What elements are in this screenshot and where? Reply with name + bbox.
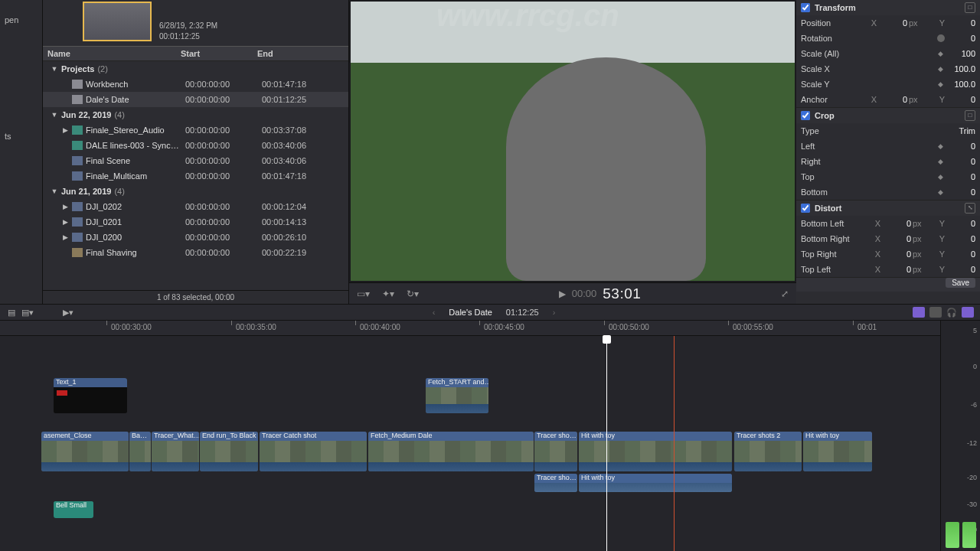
browser-list[interactable]: ▼Projects (2)Workbench00:00:00:0000:01:4… [43,61,348,290]
list-group[interactable]: ▼Jun 21, 2019 (4) [43,184,348,199]
scale-y[interactable]: 100.0 [948,80,975,89]
retime-icon[interactable]: ↻▾ [407,289,419,299]
timeline-clip[interactable]: Hit with toy [579,474,732,492]
skimming-icon[interactable] [913,307,925,318]
disclosure-icon[interactable]: ▼ [51,111,58,119]
project-name[interactable]: Dale's Date [449,308,492,317]
playhead[interactable] [606,336,607,551]
transform-toggle[interactable] [801,3,810,12]
project-duration: 01:12:25 [506,308,539,317]
disclosure-icon[interactable]: ▼ [51,65,58,73]
anchor-y[interactable]: 0 [948,95,975,104]
clip-label: Fetch_START and… [426,378,488,387]
timeline-ruler[interactable]: 00:00:30:0000:00:35:0000:00:40:0000:00:4… [0,321,940,336]
crop-left[interactable]: 0 [948,142,975,151]
list-item[interactable]: Finale_Multicam00:00:00:0000:01:47:18 [43,168,348,184]
timeline-clip[interactable]: Tracer sho… [534,474,577,492]
pos-x[interactable]: 0 [880,18,907,28]
browser-status: 1 of 83 selected, 00:00 [43,290,348,304]
clip-label: Tracer shots 2 [734,432,802,441]
ruler-label: 00:00:40:00 [360,323,400,331]
save-button[interactable]: Save [946,278,975,288]
disclosure-icon[interactable]: ▶ [61,218,69,226]
timeline-clip[interactable]: Text_1 [54,378,127,413]
list-item[interactable]: ▶DJI_020100:00:00:0000:00:14:13 [43,214,348,230]
history-back[interactable]: ‹ [433,308,436,317]
clip-appearance-icon[interactable]: ▤▾ [21,308,34,318]
sidebar-label: ts [5,132,38,141]
enhance-icon[interactable]: ✦▾ [382,289,394,299]
crop-right[interactable]: 0 [948,157,975,166]
list-item[interactable]: ▶DJI_020000:00:00:0000:00:26:10 [43,230,348,245]
view-mode-icon[interactable]: ▭▾ [357,289,370,299]
timeline-clip[interactable]: Ba… [129,432,151,471]
timeline[interactable]: 00:00:30:0000:00:35:0000:00:40:0000:00:4… [0,321,980,551]
disclosure-icon[interactable]: ▼ [51,187,58,195]
timeline-clip[interactable]: Hit with toy [803,432,872,471]
list-item[interactable]: Final Scene00:00:00:0000:03:40:06 [43,153,348,168]
col-end[interactable]: End [257,49,348,58]
reset-icon[interactable]: □ [965,2,975,13]
rotation-dial[interactable] [937,34,945,42]
proj-icon [72,80,83,89]
timeline-clip[interactable]: End run_To Black [200,432,258,471]
crop-toggle[interactable] [801,111,810,120]
col-name[interactable]: Name [43,49,181,58]
disclosure-icon[interactable]: ▶ [61,126,69,134]
col-start[interactable]: Start [181,49,257,58]
disclosure-icon[interactable]: ▶ [61,203,69,210]
list-item[interactable]: Dale's Date00:00:00:0000:01:12:25 [43,92,348,107]
transform-header[interactable]: Transform □ [796,0,980,15]
reset-icon[interactable]: □ [965,110,975,121]
skimmer[interactable] [674,336,675,551]
crop-type[interactable]: Trim [959,126,975,135]
crop-top[interactable]: 0 [948,172,975,181]
disclosure-icon[interactable]: ▶ [61,233,69,241]
timeline-clip[interactable]: Fetch_START and… [426,378,488,413]
solo-icon[interactable]: 🎧 [946,308,957,318]
viewer-timecode[interactable]: 53:01 [603,285,641,302]
crop-bottom[interactable]: 0 [948,187,975,197]
distort-header[interactable]: Distort ⤡ [796,201,980,216]
timeline-clip[interactable]: Bell Small [54,501,93,518]
play-button[interactable]: ▶ [559,289,566,299]
timeline-clip[interactable]: Hit with toy [579,432,732,471]
timeline-clip[interactable]: Fetch_Medium Dale [368,432,534,471]
list-item[interactable]: Workbench00:00:00:0000:01:47:18 [43,77,348,92]
item-label: DALE lines-003 - Sync… [86,141,179,150]
timeline-clip[interactable]: Tracer sho… [534,432,577,471]
clip-label: Hit with toy [579,432,732,441]
item-label: Dale's Date [86,95,129,104]
viewer-canvas[interactable] [351,2,795,281]
audio-skim-icon[interactable] [929,307,942,318]
timeline-clip[interactable]: Tracer Catch shot [260,432,367,471]
index-icon[interactable]: ▤ [8,308,15,318]
scale-x[interactable]: 100.0 [948,64,975,73]
list-item[interactable]: ▶Finale_Stereo_Audio00:00:00:0000:03:37:… [43,122,348,138]
list-item[interactable]: DALE lines-003 - Sync…00:00:00:0000:03:4… [43,138,348,153]
timeline-clip[interactable]: Tracer shots 2 [734,432,802,471]
list-item[interactable]: ▶DJI_020200:00:00:0000:00:12:04 [43,199,348,214]
snapping-icon[interactable] [962,307,974,318]
list-group[interactable]: ▼Jun 22, 2019 (4) [43,107,348,122]
history-fwd[interactable]: › [553,308,556,317]
timeline-toolbar: ▤ ▤▾ ▶▾ ‹ Dale's Date 01:12:25 › 🎧 [0,304,980,321]
list-group[interactable]: ▼Projects (2) [43,61,348,77]
list-item[interactable]: Final Shaving00:00:00:0000:00:22:19 [43,245,348,260]
vid-icon [72,217,83,227]
anchor-x[interactable]: 0 [880,95,907,104]
timeline-clip[interactable]: asement_Close [41,432,129,471]
rotation-val[interactable]: 0 [948,34,975,43]
timeline-clip[interactable]: Tracer_What… [152,432,199,471]
distort-toggle[interactable] [801,204,810,213]
select-tool-icon[interactable]: ▶▾ [63,308,74,318]
reset-icon[interactable]: ⤡ [965,203,975,214]
item-label: Finale_Multicam [86,171,147,181]
vid-icon [72,233,83,242]
fullscreen-icon[interactable]: ⤢ [781,289,789,299]
crop-header[interactable]: Crop □ [796,108,980,123]
scale-all[interactable]: 100 [948,49,975,58]
meter-bar-l [946,522,959,548]
selected-clip-thumb[interactable] [83,2,152,41]
pos-y[interactable]: 0 [948,18,975,28]
